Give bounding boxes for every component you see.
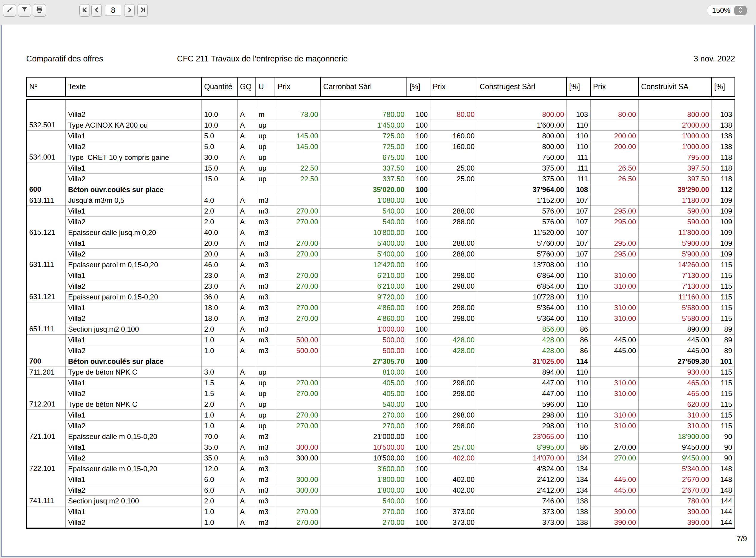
table-row: Villa11.0Am3500.00500.00100428.00428.008…: [27, 334, 734, 345]
cell-quantite: 40.0: [202, 227, 238, 238]
cell-texte: Villa2: [66, 517, 202, 528]
cell-texte: Villa1: [66, 506, 202, 517]
cell-pct-carronbat: 100: [407, 377, 430, 388]
cell-total-construivit: 590.00: [639, 205, 712, 216]
cell-pct-construgest: 110: [567, 409, 591, 420]
cell-gq: A: [238, 377, 256, 388]
cell-prix-construivit: [591, 152, 639, 162]
cell-prix-carronbat: 270.00: [275, 281, 321, 291]
cell-texte: Villa1: [66, 302, 202, 313]
column-header-pct-carronbat: [%]: [407, 78, 430, 96]
cell-prix-construgest: [430, 399, 477, 409]
cell-quantite: [202, 184, 238, 195]
cell-gq: A: [238, 485, 256, 496]
cell-prix-construgest: 298.00: [430, 302, 477, 313]
cell-u: m3: [256, 496, 275, 506]
column-header-prix-construivit: Prix: [591, 78, 639, 96]
cell-texte: Villa1: [66, 377, 202, 388]
cell-empty: [27, 100, 66, 109]
previous-page-button[interactable]: [91, 4, 102, 17]
page-indicator: 7/9: [737, 534, 747, 543]
cell-pct-carronbat: 100: [407, 442, 430, 452]
cell-no: 651.111: [27, 324, 66, 334]
column-header-prix-carronbat: Prix: [275, 78, 321, 96]
format-brush-button[interactable]: [3, 4, 16, 17]
cell-prix-construivit: [591, 184, 639, 195]
cell-no: [27, 506, 66, 517]
cell-texte: Epaisseur dalle m 0,15-0,20: [66, 463, 202, 474]
cell-no: [27, 420, 66, 431]
table-row: Villa115.0Aup22.50337.5010025.00375.0011…: [27, 162, 734, 173]
cell-prix-construgest: 288.00: [430, 205, 477, 216]
cell-total-construivit: 2'670.00: [639, 485, 712, 496]
filter-button[interactable]: [18, 4, 31, 17]
toolbar: 150%: [0, 0, 756, 24]
cell-total-construgest: 373.00: [477, 506, 567, 517]
cell-prix-construgest: 160.00: [430, 141, 477, 152]
cell-prix-carronbat: 500.00: [275, 345, 321, 356]
cell-total-construgest: 5'760.00: [477, 238, 567, 248]
cell-no: [27, 248, 66, 259]
column-header-total-construivit: Construivit SA: [639, 78, 712, 96]
cell-quantite: 4.0: [202, 195, 238, 205]
cell-prix-carronbat: [275, 120, 321, 130]
cell-prix-construgest: 298.00: [430, 388, 477, 399]
cell-u: m3: [256, 216, 275, 227]
zoom-stepper[interactable]: [734, 6, 747, 15]
cell-no: 712.201: [27, 399, 66, 409]
table-row: 532.501Type ACINOX KA 200 ou10.0Aup1'450…: [27, 120, 734, 130]
cell-prix-construgest: 288.00: [430, 216, 477, 227]
cell-prix-carronbat: [275, 496, 321, 506]
cell-no: [27, 313, 66, 324]
cell-no: [27, 130, 66, 141]
cell-pct-carronbat: 100: [407, 248, 430, 259]
cell-no: [27, 281, 66, 291]
table-header-row: NºTexteQuantitéGQUPrixCarronbat Sàrl[%]P…: [26, 77, 735, 97]
first-page-button[interactable]: [79, 4, 90, 17]
cell-u: m: [256, 109, 275, 120]
cell-gq: A: [238, 152, 256, 162]
cell-no: 534.001: [27, 152, 66, 162]
cell-quantite: 1.0: [202, 420, 238, 431]
cell-empty: [275, 100, 321, 109]
cell-no: [27, 377, 66, 388]
cell-total-construgest: 6'854.00: [477, 281, 567, 291]
cell-total-carronbat: 10'500.00: [321, 442, 407, 452]
printer-icon: [35, 6, 43, 15]
cell-quantite: 23.0: [202, 270, 238, 281]
cell-quantite: 1.0: [202, 506, 238, 517]
cell-total-construgest: 23'065.00: [477, 431, 567, 442]
print-button[interactable]: [33, 4, 46, 17]
cell-pct-construgest: 110: [567, 388, 591, 399]
cell-quantite: 2.0: [202, 399, 238, 409]
cell-pct-construgest: 110: [567, 270, 591, 281]
cell-pct-construgest: 134: [567, 474, 591, 485]
cell-total-construivit: 2'670.00: [639, 474, 712, 485]
cell-total-construivit: 2'000.00: [639, 120, 712, 130]
column-header-pct-construivit: [%]: [712, 78, 734, 96]
cell-prix-construivit: 295.00: [591, 248, 639, 259]
cell-texte: Section jusq.m2 0,100: [66, 496, 202, 506]
column-header-total-carronbat: Carronbat Sàrl: [321, 78, 407, 96]
cell-prix-carronbat: 300.00: [275, 485, 321, 496]
cell-u: m3: [256, 345, 275, 356]
cell-gq: A: [238, 302, 256, 313]
cell-texte: Villa2: [66, 109, 202, 120]
cell-u: up: [256, 141, 275, 152]
cell-u: m3: [256, 259, 275, 270]
cell-total-construivit: 890.00: [639, 324, 712, 334]
cell-pct-construivit: 118: [712, 152, 734, 162]
cell-empty: [567, 100, 591, 109]
cell-pct-construgest: 103: [567, 109, 591, 120]
cell-total-carronbat: 1'450.00: [321, 120, 407, 130]
cell-u: up: [256, 130, 275, 141]
cell-total-construivit: 620.00: [639, 399, 712, 409]
cell-total-carronbat: 270.00: [321, 409, 407, 420]
cell-quantite: 6.0: [202, 474, 238, 485]
page-number-input[interactable]: [105, 5, 121, 16]
last-page-button[interactable]: [137, 4, 148, 17]
cell-total-construivit: 930.00: [639, 366, 712, 377]
next-page-button[interactable]: [124, 4, 135, 17]
cell-no: [27, 409, 66, 420]
table-row: 741.111Section jusq.m2 0,1002.0Am3540.00…: [27, 496, 734, 506]
